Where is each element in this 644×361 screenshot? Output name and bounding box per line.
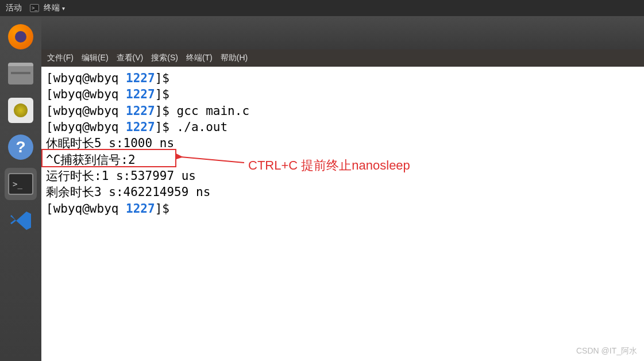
- main-area: ? >_ 文件(F) 编辑(E) 查看(V) 搜索(S) 终端(T) 帮助(H)…: [0, 16, 644, 361]
- terminal-prompt-line: [wbyq@wbyq 1227]$ gcc main.c: [46, 103, 639, 119]
- launcher-firefox[interactable]: [5, 21, 37, 53]
- menu-terminal[interactable]: 终端(T): [186, 53, 213, 63]
- menu-file[interactable]: 文件(F): [47, 53, 74, 63]
- terminal-titlebar[interactable]: [41, 16, 644, 49]
- menu-view[interactable]: 查看(V): [117, 53, 144, 63]
- terminal-prompt-line: [wbyq@wbyq 1227]$: [46, 201, 639, 217]
- help-icon: ?: [8, 135, 33, 160]
- terminal-menubar: 文件(F) 编辑(E) 查看(V) 搜索(S) 终端(T) 帮助(H): [41, 49, 644, 67]
- system-topbar: 活动 >_ 终端 ▾: [0, 0, 644, 16]
- annotation-text: CTRL+C 提前终止nanosleep: [248, 157, 410, 174]
- watermark: CSDN @IT_阿水: [576, 346, 637, 356]
- terminal-window: 文件(F) 编辑(E) 查看(V) 搜索(S) 终端(T) 帮助(H) [wby…: [41, 16, 644, 361]
- menu-help[interactable]: 帮助(H): [221, 53, 248, 63]
- launcher-music[interactable]: [5, 94, 37, 126]
- terminal-output-line: 休眠时长5 s:1000 ns: [46, 135, 639, 151]
- chevron-down-icon: ▾: [62, 5, 65, 11]
- launcher-terminal[interactable]: >_: [5, 168, 37, 200]
- menu-search[interactable]: 搜索(S): [151, 53, 178, 63]
- launcher-help[interactable]: ?: [5, 131, 37, 163]
- terminal-icon: >_: [8, 173, 33, 195]
- files-icon: [8, 63, 33, 85]
- launcher-vscode[interactable]: [5, 205, 37, 237]
- launcher-dock: ? >_: [0, 16, 41, 361]
- music-icon: [8, 98, 33, 123]
- vscode-icon: [9, 209, 32, 232]
- terminal-mini-icon: >_: [30, 4, 39, 12]
- terminal-output-line: 剩余时长3 s:462214959 ns: [46, 184, 639, 200]
- firefox-icon: [8, 24, 33, 49]
- terminal-prompt-line: [wbyq@wbyq 1227]$ ./a.out: [46, 119, 639, 135]
- terminal-prompt-line: [wbyq@wbyq 1227]$: [46, 70, 639, 86]
- terminal-prompt-line: [wbyq@wbyq 1227]$: [46, 86, 639, 102]
- activities-button[interactable]: 活动: [6, 3, 22, 13]
- menu-edit[interactable]: 编辑(E): [82, 53, 109, 63]
- launcher-files[interactable]: [5, 57, 37, 90]
- current-app[interactable]: >_ 终端 ▾: [30, 3, 65, 13]
- terminal-body[interactable]: [wbyq@wbyq 1227]$ [wbyq@wbyq 1227]$ [wby…: [41, 67, 644, 361]
